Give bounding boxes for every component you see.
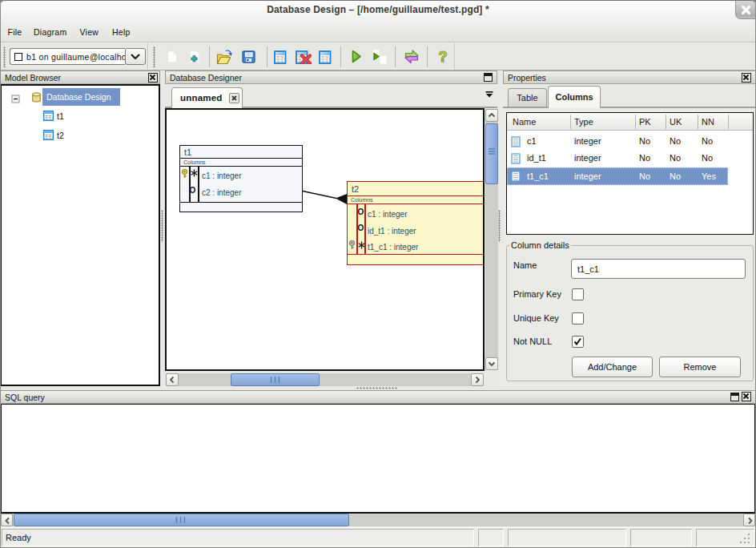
svg-text:?: ? bbox=[439, 49, 448, 65]
